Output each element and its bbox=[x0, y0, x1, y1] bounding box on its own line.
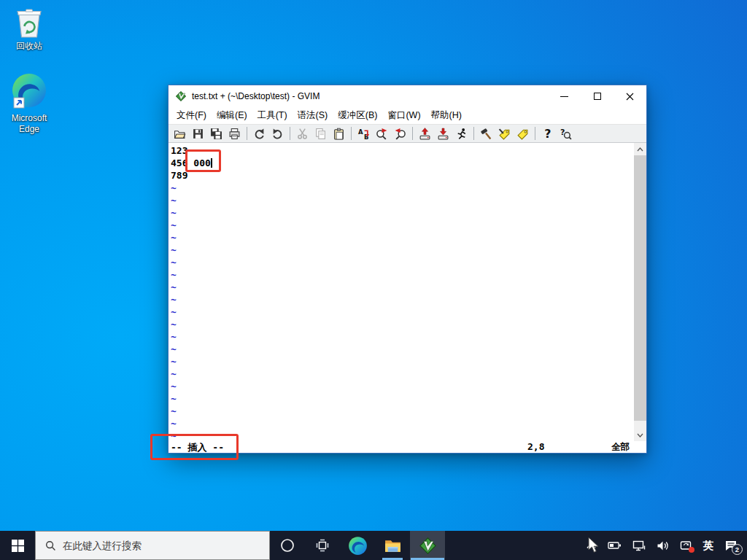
find-prev-button[interactable] bbox=[392, 125, 409, 141]
desktop-icon-recycle-bin[interactable]: 回收站 bbox=[3, 5, 55, 52]
text-area[interactable]: 123456 000789~~~~~~~~~~~~~~~~~~~~~ bbox=[169, 143, 634, 441]
editor-content: 123456 000789~~~~~~~~~~~~~~~~~~~~~ bbox=[169, 143, 646, 441]
menu-tools[interactable]: 工具(T) bbox=[252, 107, 293, 124]
save-all-button[interactable] bbox=[208, 125, 225, 141]
save-session-button[interactable] bbox=[435, 125, 452, 141]
load-session-button[interactable] bbox=[417, 125, 433, 141]
gvim-icon bbox=[419, 537, 437, 555]
notification-badge: 2 bbox=[732, 544, 743, 555]
print-button[interactable] bbox=[226, 125, 243, 141]
screen-share-icon[interactable] bbox=[680, 540, 692, 551]
action-center-icon[interactable]: 2 bbox=[724, 540, 738, 551]
toolbar-separator bbox=[290, 127, 290, 140]
replace-button[interactable]: AB bbox=[355, 125, 372, 141]
menu-buffers[interactable]: 缓冲区(B) bbox=[333, 107, 382, 124]
annotation-box-inserted-text bbox=[185, 149, 221, 172]
task-view-icon bbox=[316, 539, 329, 552]
edge-icon bbox=[348, 536, 368, 556]
desktop-icon-microsoft-edge[interactable]: Microsoft Edge bbox=[3, 73, 55, 135]
search-input[interactable] bbox=[63, 540, 238, 551]
volume-icon[interactable] bbox=[657, 540, 669, 551]
cortana-icon bbox=[280, 538, 295, 553]
paste-icon bbox=[333, 128, 345, 140]
cursor-position: 2,8 bbox=[527, 441, 544, 452]
find-prev-icon bbox=[394, 128, 406, 140]
tilde-line: ~ bbox=[171, 355, 634, 368]
help-button[interactable]: ? bbox=[539, 125, 556, 141]
edge-icon bbox=[11, 73, 47, 111]
save-session-icon bbox=[437, 128, 449, 140]
mouse-cursor bbox=[588, 537, 603, 554]
menu-window[interactable]: 窗口(W) bbox=[382, 107, 425, 124]
find-help-icon: ? bbox=[560, 128, 572, 140]
buffer-line: 123 bbox=[171, 144, 634, 157]
system-tray: 英2 bbox=[586, 531, 747, 560]
maximize-button[interactable] bbox=[581, 85, 614, 107]
search-icon bbox=[45, 540, 56, 551]
toolbar-separator bbox=[351, 127, 352, 140]
scroll-down-arrow[interactable] bbox=[634, 429, 646, 441]
find-help-button[interactable]: ? bbox=[557, 125, 574, 141]
copy-button[interactable] bbox=[312, 125, 329, 141]
tilde-line: ~ bbox=[171, 392, 634, 405]
file-explorer-icon bbox=[384, 537, 402, 555]
jump-tag-button[interactable] bbox=[514, 125, 531, 141]
save-all-icon bbox=[210, 128, 222, 140]
start-button[interactable] bbox=[0, 531, 35, 560]
tilde-line: ~ bbox=[171, 318, 634, 330]
scrollbar-thumb[interactable] bbox=[634, 155, 646, 421]
make-button[interactable] bbox=[478, 125, 495, 141]
run-script-icon bbox=[455, 128, 468, 140]
scroll-position: 全部 bbox=[611, 441, 630, 454]
redo-button[interactable] bbox=[269, 125, 286, 141]
build-tags-button[interactable] bbox=[496, 125, 513, 141]
copy-icon bbox=[314, 128, 327, 140]
tilde-line: ~ bbox=[171, 330, 634, 343]
ime-indicator[interactable]: 英 bbox=[703, 539, 714, 553]
taskbar-search[interactable] bbox=[35, 531, 270, 560]
find-next-button[interactable] bbox=[374, 125, 390, 141]
network-icon[interactable] bbox=[632, 540, 646, 551]
undo-icon bbox=[253, 128, 266, 140]
paste-button[interactable] bbox=[330, 125, 347, 141]
tilde-line: ~ bbox=[171, 268, 634, 281]
battery-icon[interactable] bbox=[608, 540, 622, 551]
cut-button[interactable] bbox=[294, 125, 311, 141]
menu-edit[interactable]: 编辑(E) bbox=[212, 107, 252, 124]
tilde-line: ~ bbox=[171, 206, 634, 219]
tilde-line: ~ bbox=[171, 194, 634, 206]
undo-button[interactable] bbox=[251, 125, 268, 141]
make-icon bbox=[480, 128, 492, 140]
redo-icon bbox=[271, 128, 284, 140]
save-button[interactable] bbox=[190, 125, 206, 141]
help-icon: ? bbox=[541, 128, 554, 140]
menu-syntax[interactable]: 语法(S) bbox=[293, 107, 333, 124]
toolbar: AB?? bbox=[169, 125, 646, 143]
taskbar-cortana-button[interactable] bbox=[270, 531, 305, 560]
tilde-line: ~ bbox=[171, 281, 634, 293]
menu-help[interactable]: 帮助(H) bbox=[426, 107, 467, 124]
tilde-line: ~ bbox=[171, 244, 634, 256]
minimize-button[interactable] bbox=[548, 85, 581, 107]
close-button[interactable] bbox=[614, 85, 646, 107]
run-script-button[interactable] bbox=[453, 125, 470, 141]
annotation-box-insert-mode bbox=[150, 434, 239, 460]
taskbar-gvim-button[interactable] bbox=[410, 531, 445, 560]
window-title: test.txt + (~\Desktop\test) - GVIM bbox=[192, 91, 320, 101]
toolbar-separator bbox=[412, 127, 413, 140]
title-bar[interactable]: test.txt + (~\Desktop\test) - GVIM bbox=[169, 85, 646, 107]
taskbar-edge-button[interactable] bbox=[340, 531, 375, 560]
taskbar-file-explorer-button[interactable] bbox=[375, 531, 410, 560]
status-bar: -- 插入 -- 2,8 全部 bbox=[169, 441, 646, 453]
taskbar: 英2 bbox=[0, 531, 747, 560]
scroll-up-arrow[interactable] bbox=[634, 143, 646, 155]
open-button[interactable] bbox=[171, 125, 188, 141]
save-icon bbox=[192, 128, 204, 140]
caption-buttons bbox=[548, 85, 646, 107]
menu-file[interactable]: 文件(F) bbox=[171, 107, 212, 124]
taskbar-task-view-button[interactable] bbox=[305, 531, 340, 560]
svg-text:?: ? bbox=[544, 128, 551, 140]
vertical-scrollbar[interactable] bbox=[634, 143, 646, 441]
toolbar-separator bbox=[247, 127, 247, 140]
tilde-line: ~ bbox=[171, 256, 634, 268]
